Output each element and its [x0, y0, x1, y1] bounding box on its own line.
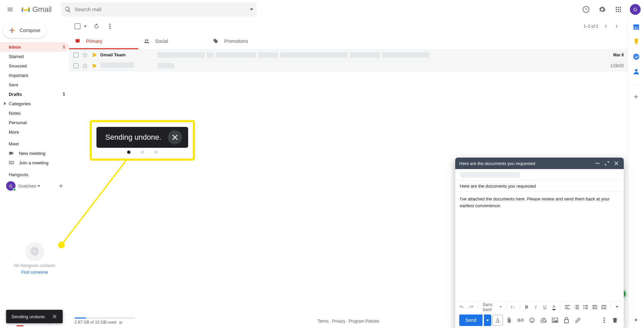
- compose-more-options[interactable]: [599, 316, 609, 325]
- numbered-list-button[interactable]: 123: [573, 303, 580, 311]
- sidebar-item-personal[interactable]: Personal: [0, 118, 69, 127]
- hangouts-self-row[interactable]: G Gretchen: [0, 179, 69, 191]
- tab-primary[interactable]: Primary: [69, 34, 138, 49]
- align-button[interactable]: [564, 303, 570, 311]
- compose-close-button[interactable]: [613, 160, 620, 167]
- send-button[interactable]: Send: [459, 315, 482, 326]
- more-formatting-button[interactable]: [614, 303, 620, 311]
- refresh-button[interactable]: [91, 21, 102, 32]
- more-actions-button[interactable]: [104, 21, 116, 32]
- sidebar-item-drafts[interactable]: Drafts 1: [0, 89, 69, 99]
- attach-file-button[interactable]: [504, 315, 514, 325]
- compose-subject[interactable]: Here are the documents you requested: [455, 181, 624, 192]
- select-dropdown[interactable]: [84, 26, 87, 27]
- sidebar-item-important[interactable]: Important: [0, 71, 69, 80]
- insert-photo-button[interactable]: [550, 315, 560, 325]
- hangouts-find-someone[interactable]: Find someone: [21, 270, 48, 275]
- sidebar-item-more[interactable]: More: [0, 127, 69, 137]
- select-all-checkbox[interactable]: [75, 23, 81, 29]
- pager-dot[interactable]: [141, 151, 144, 154]
- search-input[interactable]: [75, 6, 246, 12]
- text-color-button[interactable]: A: [551, 303, 557, 311]
- collapse-sidepanel-button[interactable]: [631, 315, 642, 325]
- star-icon[interactable]: [82, 52, 88, 58]
- font-size-button[interactable]: TT: [510, 303, 517, 311]
- formatting-toggle[interactable]: A: [493, 315, 503, 325]
- message-row[interactable]: 1/28/20: [69, 60, 628, 71]
- compose-button[interactable]: Compose: [3, 23, 47, 38]
- search-options-icon[interactable]: [250, 8, 253, 10]
- numbered-list-icon: 123: [574, 305, 579, 309]
- row-checkbox[interactable]: [73, 52, 79, 58]
- indent-more-button[interactable]: [601, 303, 607, 311]
- insert-drive-button[interactable]: [538, 315, 549, 325]
- indent-less-button[interactable]: [591, 303, 598, 311]
- footer-privacy[interactable]: Privacy: [332, 319, 345, 324]
- sidebar-item-categories[interactable]: Categories: [0, 99, 69, 108]
- pager-dot[interactable]: [127, 151, 130, 154]
- message-row[interactable]: Gmail Team Mar 8: [69, 50, 628, 60]
- italic-button[interactable]: I: [532, 303, 539, 311]
- calendar-icon[interactable]: 31: [633, 23, 640, 31]
- tasks-icon[interactable]: [633, 53, 640, 60]
- compose-titlebar[interactable]: Here are the documents you requested: [455, 158, 624, 169]
- star-icon[interactable]: [82, 63, 88, 69]
- sidebar-item-sent[interactable]: Sent: [0, 80, 69, 89]
- sidebar-item-inbox[interactable]: Inbox 1: [0, 42, 69, 52]
- addons-button[interactable]: +: [634, 92, 638, 101]
- compose-minimize-button[interactable]: [594, 160, 601, 167]
- recipient-chip[interactable]: [460, 172, 521, 178]
- insert-signature-button[interactable]: [573, 315, 583, 325]
- tab-social[interactable]: Social: [138, 34, 207, 49]
- underline-button[interactable]: U: [541, 303, 548, 311]
- settings-button[interactable]: [595, 3, 609, 16]
- importance-marker-icon[interactable]: [91, 53, 97, 57]
- redo-button[interactable]: [468, 303, 474, 311]
- annotation-close-button[interactable]: [168, 130, 182, 144]
- confidential-mode-button[interactable]: [561, 315, 572, 325]
- discard-draft-button[interactable]: [610, 316, 620, 325]
- apps-grid-icon: [615, 6, 621, 12]
- apps-button[interactable]: [612, 3, 625, 16]
- tab-promotions[interactable]: Promotions: [207, 34, 276, 49]
- keep-icon[interactable]: [633, 38, 640, 46]
- main-menu-button[interactable]: [3, 3, 17, 16]
- toast-text: Sending undone.: [11, 314, 46, 319]
- gmail-logo[interactable]: Gmail: [20, 3, 56, 16]
- compose-recipients[interactable]: [455, 169, 624, 181]
- bullet-list-button[interactable]: [582, 303, 589, 311]
- compose-body[interactable]: I've attached the documents here. Please…: [455, 192, 624, 301]
- svg-point-24: [633, 54, 639, 60]
- font-family-select[interactable]: Sans Serif: [481, 302, 503, 312]
- account-avatar[interactable]: G: [630, 4, 641, 15]
- open-in-new-icon[interactable]: [119, 321, 123, 325]
- next-page-button[interactable]: [612, 21, 622, 31]
- insert-link-button[interactable]: [516, 315, 526, 325]
- svg-rect-11: [9, 161, 13, 164]
- send-options-button[interactable]: [484, 315, 491, 326]
- hangouts-new-button[interactable]: [56, 181, 66, 191]
- svg-rect-14: [12, 162, 12, 162]
- footer-terms[interactable]: Terms: [318, 319, 329, 324]
- row-checkbox[interactable]: [73, 63, 79, 69]
- footer-program[interactable]: Program Policies: [349, 319, 379, 324]
- support-button[interactable]: ?: [579, 3, 593, 16]
- importance-marker-icon[interactable]: [91, 63, 97, 68]
- toast-close-button[interactable]: [51, 312, 59, 321]
- hangouts-self-name: Gretchen: [18, 184, 54, 189]
- compose-fullscreen-button[interactable]: [604, 160, 610, 167]
- bold-button[interactable]: B: [523, 303, 530, 311]
- prev-page-button[interactable]: [600, 21, 610, 31]
- meet-join-meeting[interactable]: Join a meeting: [0, 158, 69, 167]
- sidebar-item-notes[interactable]: Notes: [0, 108, 69, 118]
- search-bar[interactable]: [61, 2, 257, 17]
- pager-dot[interactable]: [154, 151, 157, 154]
- insert-emoji-button[interactable]: [527, 315, 537, 325]
- meet-new-meeting[interactable]: New meeting: [0, 148, 69, 158]
- contacts-icon[interactable]: [633, 68, 640, 75]
- sidebar-item-snoozed[interactable]: Snoozed: [0, 61, 69, 71]
- undo-button[interactable]: [459, 303, 465, 311]
- chevron-down-icon[interactable]: [37, 185, 40, 187]
- keyboard-icon: [9, 160, 14, 165]
- sidebar-item-starred[interactable]: Starred: [0, 52, 69, 61]
